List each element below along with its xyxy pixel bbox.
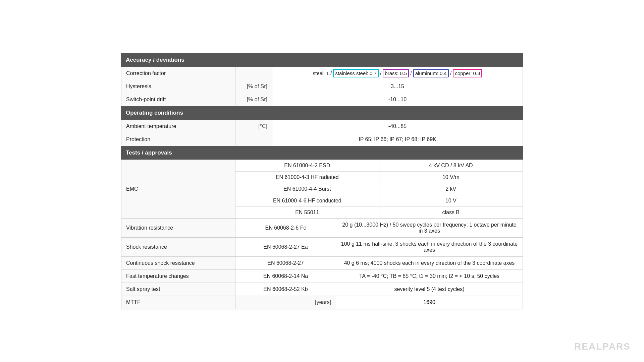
emc-standard-2: EN 61000-4-3 HF radiated bbox=[235, 171, 379, 183]
unit-hysteresis: [% of Sr] bbox=[235, 80, 272, 93]
emc-standard-5: EN 55011 bbox=[235, 206, 379, 218]
table-row: Salt spray test EN 60068-2-52 Kb severit… bbox=[121, 283, 523, 296]
table-row: Switch-point drift [% of Sr] -10...10 bbox=[121, 93, 523, 106]
emc-sub-table: EN 61000-4-2 ESD 4 kV CD / 8 kV AD EN 61… bbox=[235, 160, 523, 218]
brass-value: brass: 0.5 bbox=[383, 69, 409, 77]
label-switchpoint-drift: Switch-point drift bbox=[121, 93, 235, 106]
table-row: Vibration resistance EN 60068-2-6 Fc 20 … bbox=[121, 218, 523, 237]
accuracy-table: Correction factor steel: 1 / stainless s… bbox=[121, 67, 523, 106]
emc-value-5: class B bbox=[379, 206, 523, 218]
table-row: EN 61000-4-4 Burst 2 kV bbox=[235, 183, 523, 195]
value-switchpoint-drift: -10...10 bbox=[272, 93, 523, 106]
operating-section-header: Operating conditions bbox=[121, 106, 523, 120]
emc-standard-1: EN 61000-4-2 ESD bbox=[235, 160, 379, 172]
steel-value: steel: 1 / bbox=[313, 70, 332, 76]
standard-salt-spray: EN 60068-2-52 Kb bbox=[235, 283, 336, 296]
standard-vibration: EN 60068-2-6 Fc bbox=[235, 218, 336, 237]
unit-protection bbox=[235, 133, 272, 146]
copper-value: copper: 0.3 bbox=[453, 69, 482, 77]
value-correction-factor: steel: 1 / stainless steel: 0.7 / brass:… bbox=[272, 67, 523, 80]
unit-ambient-temp: [°C] bbox=[235, 120, 272, 133]
tests-section-header: Tests / approvals bbox=[121, 146, 523, 160]
standard-shock: EN 60068-2-27 Ea bbox=[235, 237, 336, 256]
emc-standard-3: EN 61000-4-4 Burst bbox=[235, 183, 379, 195]
stainless-value: stainless steel: 0.7 bbox=[333, 69, 378, 77]
label-continuous-shock: Continuous shock resistance bbox=[121, 256, 235, 269]
label-correction-factor: Correction factor bbox=[121, 67, 235, 80]
value-ambient-temp: -40...85 bbox=[272, 120, 523, 133]
main-table-container: Accuracy / deviations Correction factor … bbox=[121, 53, 523, 309]
emc-value-1: 4 kV CD / 8 kV AD bbox=[379, 160, 523, 172]
table-row: Fast temperature changes EN 60068-2-14 N… bbox=[121, 269, 523, 283]
table-row: EN 61000-4-3 HF radiated 10 V/m bbox=[235, 171, 523, 183]
emc-standard-4: EN 61000-4-6 HF conducted bbox=[235, 195, 379, 206]
value-mttf: 1690 bbox=[336, 296, 523, 309]
label-fast-temp: Fast temperature changes bbox=[121, 269, 235, 283]
emc-value-3: 2 kV bbox=[379, 183, 523, 195]
label-emc: EMC bbox=[121, 160, 235, 218]
table-row: EN 61000-4-2 ESD 4 kV CD / 8 kV AD bbox=[235, 160, 523, 172]
value-shock: 100 g 11 ms half-sine; 3 shocks each in … bbox=[336, 237, 523, 256]
value-hysteresis: 3...15 bbox=[272, 80, 523, 93]
aluminum-value: aluminum: 0.4 bbox=[413, 69, 449, 77]
label-ambient-temp: Ambient temperature bbox=[121, 120, 235, 133]
emc-value-2: 10 V/m bbox=[379, 171, 523, 183]
table-row: Shock resistance EN 60068-2-27 Ea 100 g … bbox=[121, 237, 523, 256]
table-row: Continuous shock resistance EN 60068-2-2… bbox=[121, 256, 523, 269]
tests-table: EMC EN 61000-4-2 ESD 4 kV CD / 8 kV AD E… bbox=[121, 160, 523, 309]
label-mttf: MTTF bbox=[121, 296, 235, 309]
label-vibration: Vibration resistance bbox=[121, 218, 235, 237]
unit-correction-factor bbox=[235, 67, 272, 80]
label-hysteresis: Hysteresis bbox=[121, 80, 235, 93]
value-protection: IP 65; IP 66; IP 67; IP 68; IP 69K bbox=[272, 133, 523, 146]
table-row: Correction factor steel: 1 / stainless s… bbox=[121, 67, 523, 80]
label-shock: Shock resistance bbox=[121, 237, 235, 256]
emc-sub-cell: EN 61000-4-2 ESD 4 kV CD / 8 kV AD EN 61… bbox=[235, 160, 523, 218]
table-row: Protection IP 65; IP 66; IP 67; IP 68; I… bbox=[121, 133, 523, 146]
emc-row: EMC EN 61000-4-2 ESD 4 kV CD / 8 kV AD E… bbox=[121, 160, 523, 218]
table-row: EN 61000-4-6 HF conducted 10 V bbox=[235, 195, 523, 206]
value-vibration: 20 g (10...3000 Hz) / 50 sweep cycles pe… bbox=[336, 218, 523, 237]
label-salt-spray: Salt spray test bbox=[121, 283, 235, 296]
accuracy-section-header: Accuracy / deviations bbox=[121, 53, 523, 67]
value-continuous-shock: 40 g 6 ms; 4000 shocks each in every dir… bbox=[336, 256, 523, 269]
emc-value-4: 10 V bbox=[379, 195, 523, 206]
value-salt-spray: severity level 5 (4 test cycles) bbox=[336, 283, 523, 296]
standard-fast-temp: EN 60068-2-14 Na bbox=[235, 269, 336, 283]
unit-switchpoint-drift: [% of Sr] bbox=[235, 93, 272, 106]
table-row: Ambient temperature [°C] -40...85 bbox=[121, 120, 523, 133]
unit-mttf: [years] bbox=[235, 296, 336, 309]
standard-continuous-shock: EN 60068-2-27 bbox=[235, 256, 336, 269]
watermark-logo: REALPARS bbox=[574, 341, 631, 352]
operating-table: Ambient temperature [°C] -40...85 Protec… bbox=[121, 120, 523, 146]
table-row: EN 55011 class B bbox=[235, 206, 523, 218]
table-row: MTTF [years] 1690 bbox=[121, 296, 523, 309]
label-protection: Protection bbox=[121, 133, 235, 146]
value-fast-temp: TA = -40 °C; TB = 85 °C; t1 = 30 min; t2… bbox=[336, 269, 523, 283]
table-row: Hysteresis [% of Sr] 3...15 bbox=[121, 80, 523, 93]
